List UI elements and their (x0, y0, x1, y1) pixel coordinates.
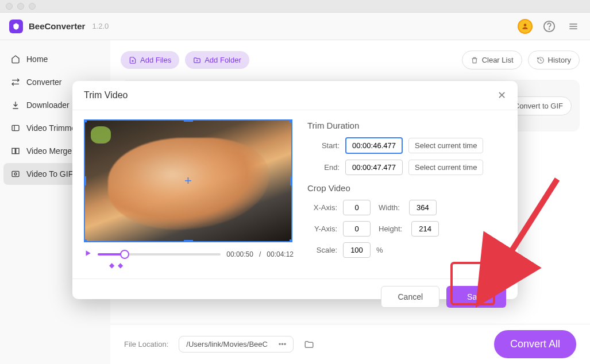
sidebar-label: Video Trimmer (26, 123, 79, 133)
history-icon (537, 56, 545, 64)
help-icon[interactable] (542, 19, 557, 34)
add-files-button[interactable]: Add Files (121, 51, 179, 69)
sidebar-label: Home (26, 55, 48, 64)
crop-handle-top[interactable] (184, 119, 193, 122)
maximize-window[interactable] (29, 3, 36, 10)
gif-icon (10, 169, 21, 179)
crop-handle-left[interactable] (84, 176, 86, 185)
clear-list-button[interactable]: Clear List (462, 51, 522, 69)
svg-rect-8 (12, 148, 15, 153)
trash-icon (471, 56, 479, 64)
trim-duration-heading: Trim Duration (307, 121, 506, 130)
scale-label: Scale: (307, 246, 337, 254)
app-logo (9, 20, 23, 33)
seek-handle[interactable] (120, 250, 129, 259)
toolbar: Add Files Add Folder Clear List History (121, 51, 580, 69)
svg-rect-10 (12, 171, 19, 176)
select-end-time-button[interactable]: Select current time (408, 160, 483, 175)
sidebar-label: Video Merger (26, 146, 75, 156)
modal-title: Trim Video (84, 90, 128, 100)
download-icon (10, 100, 21, 110)
crop-handle-bottom[interactable] (184, 240, 193, 242)
home-icon (10, 54, 21, 64)
menu-icon[interactable] (566, 19, 581, 34)
open-folder-button[interactable] (302, 337, 317, 352)
folder-plus-icon (193, 56, 201, 64)
trim-end-marker[interactable]: ◆ (118, 261, 123, 269)
sidebar-item-home[interactable]: Home (3, 48, 107, 70)
sidebar-label: Converter (26, 78, 61, 87)
convert-all-button[interactable]: Convert All (494, 330, 576, 358)
file-location-display[interactable]: /Users/link/Movies/BeeC ••• (179, 336, 294, 353)
svg-point-2 (549, 29, 550, 29)
video-crop-frame[interactable]: + (84, 119, 292, 242)
svg-rect-6 (12, 125, 19, 130)
svg-rect-9 (16, 148, 19, 153)
trim-video-modal: Trim Video ✕ + (72, 81, 518, 299)
file-location-label: File Location: (124, 340, 168, 348)
trimmer-icon (10, 123, 21, 133)
app-header: BeeConverter 1.2.0 (0, 13, 590, 40)
app-version: 1.2.0 (92, 22, 109, 30)
mac-titlebar (0, 0, 590, 13)
play-button[interactable] (84, 249, 92, 259)
file-plus-icon (129, 56, 137, 64)
total-time: 00:04:12 (267, 250, 294, 258)
sidebar-label: Downloader (26, 100, 70, 110)
trim-start-marker[interactable]: ◆ (109, 261, 114, 269)
y-axis-input[interactable] (343, 221, 371, 237)
select-start-time-button[interactable]: Select current time (408, 138, 483, 153)
add-folder-button[interactable]: Add Folder (185, 51, 249, 69)
time-separator: / (259, 250, 261, 258)
end-time-input[interactable] (345, 160, 403, 175)
history-button[interactable]: History (528, 51, 580, 69)
width-input[interactable] (409, 200, 437, 215)
width-label: Width: (379, 203, 400, 212)
seek-bar[interactable] (98, 253, 221, 255)
x-axis-input[interactable] (343, 200, 371, 215)
svg-point-0 (524, 24, 527, 26)
height-input[interactable] (411, 221, 439, 237)
user-avatar[interactable] (518, 19, 533, 34)
start-label: Start: (307, 141, 340, 150)
save-button[interactable]: Save (446, 286, 506, 308)
crop-handle-right[interactable] (290, 176, 292, 185)
percent-label: % (376, 246, 383, 254)
app-name: BeeConverter (29, 21, 85, 31)
svg-point-11 (14, 173, 17, 175)
scale-input[interactable] (343, 242, 371, 258)
x-axis-label: X-Axis: (307, 203, 337, 212)
y-axis-label: Y-Axis: (307, 224, 337, 233)
merger-icon (10, 146, 21, 156)
crop-video-heading: Crop Video (307, 183, 506, 193)
start-time-input[interactable] (345, 137, 403, 154)
height-label: Height: (379, 224, 402, 233)
sidebar-label: Video To GIF (26, 169, 73, 179)
close-window[interactable] (6, 3, 13, 10)
crop-center-crosshair: + (183, 175, 194, 187)
current-time: 00:00:50 (226, 250, 253, 258)
footer: File Location: /Users/link/Movies/BeeC •… (110, 324, 590, 364)
more-icon[interactable]: ••• (279, 340, 287, 348)
close-modal-button[interactable]: ✕ (498, 89, 506, 102)
end-label: End: (307, 163, 340, 172)
cancel-button[interactable]: Cancel (381, 286, 439, 308)
converter-icon (10, 77, 21, 87)
minimize-window[interactable] (17, 3, 24, 10)
